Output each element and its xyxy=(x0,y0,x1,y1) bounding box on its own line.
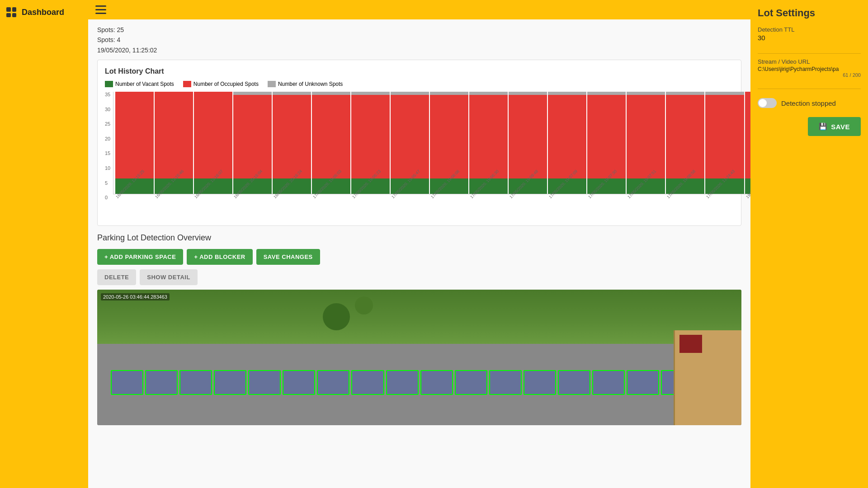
y-axis-label: 25 xyxy=(105,121,110,127)
save-label: SAVE xyxy=(831,123,850,131)
sidebar-title: Dashboard xyxy=(22,8,64,17)
car-box xyxy=(489,370,522,395)
save-button[interactable]: 💾 SAVE xyxy=(808,117,861,136)
bar-unknown xyxy=(391,92,429,95)
y-axis-label: 35 xyxy=(105,92,110,97)
legend-unknown-color xyxy=(268,81,276,87)
tree-2 xyxy=(355,296,373,314)
car-box xyxy=(317,370,349,395)
car-box xyxy=(386,370,419,395)
car-box xyxy=(214,370,246,395)
car-box xyxy=(145,370,178,395)
legend-occupied-color xyxy=(183,81,191,87)
car-box xyxy=(351,370,384,395)
char-count: 61 / 200 xyxy=(758,72,861,78)
bar-unknown xyxy=(469,92,508,95)
detection-toggle[interactable] xyxy=(758,98,777,108)
bar-occupied xyxy=(273,95,311,178)
stream-url-label: Stream / Video URL xyxy=(758,58,861,65)
bar-unknown xyxy=(627,92,665,95)
chart-section: Lot History Chart Number of Vacant Spots… xyxy=(97,60,741,226)
add-parking-space-button[interactable]: + ADD PARKING SPACE xyxy=(97,249,183,265)
car-box xyxy=(179,370,212,395)
hamburger-menu-icon[interactable] xyxy=(95,5,106,14)
chart-bars-area: 16/05/2020, 13:15:2516/05/2020, 13:15:46… xyxy=(113,92,750,218)
secondary-buttons: DELETE SHOW DETAIL xyxy=(97,269,741,285)
legend-vacant-label: Number of Vacant Spots xyxy=(115,81,174,87)
grass-area xyxy=(97,290,741,344)
tree-1 xyxy=(323,303,350,330)
lot-settings-title: Lot Settings xyxy=(758,7,861,19)
car-box xyxy=(420,370,453,395)
stream-url-value: C:\Users\jirig\PycharmProjects\pa xyxy=(758,66,861,72)
car-box xyxy=(524,370,556,395)
legend-occupied-label: Number of Occupied Spots xyxy=(193,81,259,87)
building xyxy=(674,330,741,425)
bar-occupied xyxy=(351,95,390,178)
bar-occupied xyxy=(666,95,704,178)
legend-unknown-label: Number of Unknown Spots xyxy=(278,81,343,87)
camera-feed: 2020-05-26 03:46:44.283463 xyxy=(97,290,741,425)
car-box xyxy=(248,370,281,395)
detection-ttl-label: Detection TTL xyxy=(758,26,861,33)
car-box xyxy=(283,370,315,395)
occupied-spots-stat: Spots: 4 xyxy=(97,35,741,45)
legend-vacant-color xyxy=(105,81,113,87)
overview-title: Parking Lot Detection Overview xyxy=(97,233,741,243)
detection-row: Detection stopped xyxy=(758,98,861,108)
add-blocker-button[interactable]: + ADD BLOCKER xyxy=(187,249,252,265)
bar-unknown xyxy=(430,92,468,95)
bar-unknown xyxy=(273,92,311,95)
grid-icon[interactable] xyxy=(6,7,16,17)
car-box xyxy=(455,370,487,395)
total-spots-stat: Spots: 25 xyxy=(97,25,741,35)
right-panel: Lot Settings Detection TTL 30 Stream / V… xyxy=(750,0,868,488)
main-content: Spots: 25 Spots: 4 19/05/2020, 11:25:02 … xyxy=(88,0,750,488)
sidebar: Dashboard xyxy=(0,0,88,488)
bar-group xyxy=(745,92,751,194)
stats-area: Spots: 25 Spots: 4 19/05/2020, 11:25:02 xyxy=(88,19,750,55)
bar-unknown xyxy=(351,92,390,95)
action-buttons: + ADD PARKING SPACE + ADD BLOCKER SAVE C… xyxy=(97,249,741,265)
bar-occupied xyxy=(312,95,350,178)
bar-occupied xyxy=(115,92,154,178)
bar-unknown xyxy=(587,92,626,95)
bar-unknown xyxy=(705,92,744,95)
detection-status-text: Detection stopped xyxy=(781,99,836,107)
bar-occupied xyxy=(705,95,744,178)
building-window xyxy=(679,335,702,353)
bar-occupied xyxy=(391,95,429,178)
bar-occupied xyxy=(627,95,665,178)
car-box xyxy=(627,370,659,395)
y-axis-label: 5 xyxy=(105,180,110,186)
car-box xyxy=(592,370,625,395)
timestamp-stat: 19/05/2020, 11:25:02 xyxy=(97,45,741,55)
legend-vacant: Number of Vacant Spots xyxy=(105,81,174,87)
cars-row xyxy=(111,366,728,398)
bar-occupied xyxy=(745,92,751,178)
overview-section: Parking Lot Detection Overview + ADD PAR… xyxy=(97,233,741,285)
bar-unknown xyxy=(666,92,704,95)
bar-occupied xyxy=(155,92,193,178)
chart-title: Lot History Chart xyxy=(105,67,734,75)
bar-unknown xyxy=(233,92,272,95)
delete-button[interactable]: DELETE xyxy=(97,269,136,285)
y-axis-label: 10 xyxy=(105,165,110,171)
show-detail-button[interactable]: SHOW DETAIL xyxy=(140,269,198,285)
bar-occupied xyxy=(233,95,272,178)
x-axis-labels: 16/05/2020, 13:15:2516/05/2020, 13:15:46… xyxy=(113,196,750,232)
top-bar xyxy=(88,0,750,19)
save-changes-button[interactable]: SAVE CHANGES xyxy=(256,249,320,265)
bar-occupied xyxy=(194,92,232,178)
bar-occupied xyxy=(469,95,508,178)
bar-occupied xyxy=(509,95,547,178)
chart-legend: Number of Vacant Spots Number of Occupie… xyxy=(105,81,734,87)
bar-unknown xyxy=(312,92,350,95)
car-box xyxy=(558,370,590,395)
y-axis-label: 30 xyxy=(105,107,110,112)
settings-divider-2 xyxy=(758,89,861,89)
sidebar-header: Dashboard xyxy=(0,0,88,24)
parking-lot-image xyxy=(97,290,741,425)
chart-y-axis: 05101520253035 xyxy=(105,92,113,200)
legend-occupied: Number of Occupied Spots xyxy=(183,81,259,87)
